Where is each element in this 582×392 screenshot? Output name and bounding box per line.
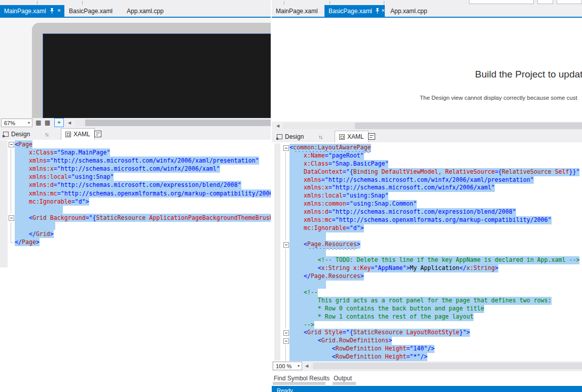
code-line[interactable] — [282, 281, 582, 289]
scroll-left-icon[interactable]: ◀ — [68, 121, 71, 125]
code-line[interactable]: xmlns="http://schemas.microsoft.com/winf… — [8, 156, 271, 165]
horizontal-scrollbar[interactable] — [75, 120, 271, 126]
code-line[interactable]: <x:String x:Key="AppName">My Application… — [282, 264, 582, 272]
toolbar-button-partial[interactable] — [537, 0, 553, 4]
scroll-left-icon[interactable]: ◀ — [276, 124, 279, 128]
tab-find-symbol-results[interactable]: Find Symbol Results — [274, 375, 330, 382]
code-line[interactable]: xmlns:mc="http://schemas.openxmlformats.… — [282, 216, 582, 224]
tab-basicpage-xaml[interactable]: BasicPage.xaml — [65, 5, 116, 17]
fold-collapse-icon[interactable] — [8, 140, 15, 148]
pin-icon[interactable] — [49, 8, 55, 15]
code-line[interactable]: xmlns:mc="http://schemas.openxmlformats.… — [8, 189, 271, 198]
code-line[interactable]: --> — [282, 321, 582, 329]
code-line[interactable]: <!-- — [282, 289, 582, 297]
code-line[interactable]: x:Class="Snap.BasicPage" — [282, 160, 582, 168]
fold-collapse-icon[interactable] — [282, 329, 289, 337]
selected-code-text: x:Class="Snap.MainPage" — [15, 148, 110, 156]
tab-design-view[interactable]: Design — [277, 131, 304, 142]
grid-toggle-icon[interactable]: ▦ — [35, 119, 41, 127]
close-icon[interactable]: ✕ — [381, 9, 385, 13]
code-line[interactable]: <Page.Resources> — [282, 241, 582, 249]
tab-label: App.xaml.cpp — [386, 8, 430, 15]
pin-icon[interactable] — [375, 8, 380, 15]
swap-panes-icon[interactable]: ↑↓ — [45, 128, 48, 140]
code-line[interactable]: x:Name="pageRoot" — [282, 152, 582, 160]
code-area[interactable]: <Page x:Class="Snap.MainPage" xmlns="htt… — [8, 140, 271, 392]
fold-margin — [282, 256, 289, 264]
snapping-toggle-icon[interactable]: + — [54, 118, 64, 127]
zoom-combobox[interactable]: 100 % ▾ — [273, 362, 302, 370]
code-line[interactable]: * Row 0 contains the back button and pag… — [282, 305, 582, 313]
fold-collapse-icon[interactable] — [282, 241, 289, 249]
document-outline-icon[interactable] — [94, 128, 101, 140]
code-line[interactable] — [282, 249, 582, 257]
code-line[interactable]: <RowDefinition Height="140"/> — [282, 345, 582, 353]
close-icon[interactable]: ✕ — [56, 9, 62, 13]
horizontal-scrollbar[interactable] — [311, 363, 582, 369]
swap-panes-icon[interactable]: ↑↓ — [318, 131, 322, 142]
code-line[interactable]: <RowDefinition Height="*"/> — [282, 353, 582, 361]
code-line[interactable]: DataContext="{Binding DefaultViewModel, … — [282, 168, 582, 176]
design-surface[interactable] — [0, 18, 271, 118]
tab-output[interactable]: Output — [334, 375, 352, 382]
device-screen — [43, 33, 271, 118]
code-line[interactable]: xmlns:common="using:Snap.Common" — [282, 200, 582, 208]
zoom-combobox[interactable]: 67% ▾ — [1, 119, 32, 127]
tab-xaml-view[interactable]: XAML — [61, 128, 95, 140]
fold-margin — [282, 184, 289, 192]
code-line[interactable]: xmlns:d="http://schemas.microsoft.com/ex… — [8, 181, 271, 189]
design-surface[interactable]: Build the Project to update D The Design… — [272, 18, 582, 122]
fold-collapse-icon[interactable] — [8, 214, 15, 222]
scrollbar-thumb[interactable] — [313, 363, 582, 369]
code-line[interactable]: <Page — [8, 140, 271, 148]
snap-grid-icon[interactable]: ▩ — [45, 119, 50, 127]
fold-margin — [282, 289, 289, 297]
code-line[interactable]: xmlns:local="using:Snap" — [8, 173, 271, 181]
scrollbar-thumb[interactable] — [355, 123, 582, 129]
code-line[interactable] — [8, 206, 271, 214]
scroll-left-icon[interactable]: ◀ — [305, 364, 308, 368]
tab-mainpage-xaml[interactable]: MainPage.xaml — [272, 5, 321, 17]
toolbar-button-partial[interactable] — [557, 0, 582, 4]
tool-tab-highlight — [273, 382, 325, 385]
code-line[interactable]: xmlns:local="using:Snap" — [282, 192, 582, 200]
tab-basicpage-xaml[interactable]: BasicPage.xaml ✕ — [324, 5, 385, 17]
xaml-code-editor-right[interactable]: <common:LayoutAwarePage x:Name="pageRoot… — [272, 142, 582, 361]
code-line[interactable]: xmlns:d="http://schemas.microsoft.com/ex… — [282, 208, 582, 216]
code-line[interactable]: mc:Ignorable="d"> — [8, 198, 271, 206]
toolbar-combobox-partial[interactable] — [469, 0, 534, 4]
tab-mainpage-xaml[interactable]: MainPage.xaml ✕ — [0, 5, 64, 17]
horizontal-scrollbar[interactable] — [283, 123, 582, 129]
code-line[interactable] — [8, 222, 271, 230]
tab-design-view[interactable]: Design — [3, 128, 30, 140]
code-line[interactable]: </Page> — [8, 238, 271, 246]
fold-collapse-icon[interactable] — [282, 337, 289, 345]
fold-collapse-icon[interactable] — [282, 144, 289, 152]
code-line[interactable]: <Grid.RowDefinitions> — [282, 337, 582, 345]
code-line[interactable]: mc:Ignorable="d"> — [282, 224, 582, 232]
code-line[interactable]: This grid acts as a root panel for the p… — [282, 297, 582, 305]
tab-xaml-view[interactable]: XAML — [335, 131, 369, 142]
selected-code-text: <common:LayoutAwarePage — [289, 144, 371, 152]
selected-code-text: x:Class="Snap.BasicPage" — [289, 160, 388, 168]
tab-app-xaml-cpp[interactable]: App.xaml.cpp — [386, 5, 430, 17]
code-area[interactable]: <common:LayoutAwarePage x:Name="pageRoot… — [282, 144, 582, 361]
code-line[interactable]: xmlns:x="http://schemas.microsoft.com/wi… — [282, 184, 582, 192]
code-line[interactable]: xmlns="http://schemas.microsoft.com/winf… — [282, 176, 582, 184]
code-line[interactable]: </Grid> — [8, 230, 271, 238]
code-line[interactable]: <common:LayoutAwarePage — [282, 144, 582, 152]
code-line[interactable]: x:Class="Snap.MainPage" — [8, 148, 271, 156]
tab-label: BasicPage.xaml — [324, 8, 375, 15]
code-line[interactable]: <!-- TODO: Delete this line if the key A… — [282, 256, 582, 264]
tab-app-xaml-cpp[interactable]: App.xaml.cpp — [123, 5, 167, 17]
scrollbar-thumb[interactable] — [85, 120, 271, 126]
document-outline-icon[interactable] — [368, 131, 375, 142]
design-xaml-splitbar-right: Design ↑↓ XAML — [272, 131, 582, 142]
code-line[interactable]: <Grid Style="{StaticResource LayoutRootS… — [282, 329, 582, 337]
code-line[interactable]: xmlns:x="http://schemas.microsoft.com/wi… — [8, 165, 271, 173]
code-line[interactable] — [282, 232, 582, 241]
code-line[interactable]: <Grid Background="{StaticResource Applic… — [8, 214, 271, 222]
xaml-code-editor-left[interactable]: <Page x:Class="Snap.MainPage" xmlns="htt… — [0, 140, 271, 392]
code-line[interactable]: </Page.Resources> — [282, 272, 582, 281]
code-line[interactable]: * Row 1 contains the rest of the page la… — [282, 313, 582, 321]
